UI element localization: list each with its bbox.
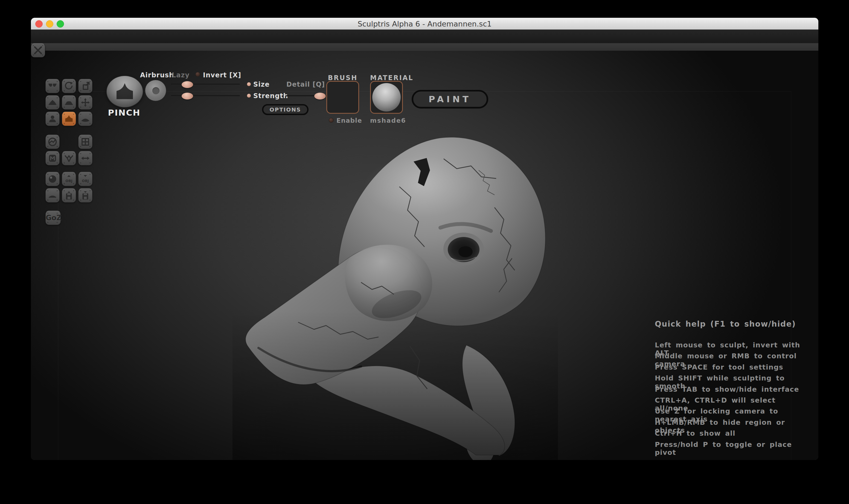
active-tool-preview[interactable] [106,75,143,108]
tool-wireframe[interactable] [62,151,76,165]
brush-nozzle-preview[interactable] [145,80,166,101]
size-slider[interactable] [171,84,240,85]
tool-smooth[interactable] [78,112,92,126]
help-line: Ctrl+H to show all [655,429,808,440]
tool-reduce-selected[interactable] [31,43,45,57]
brand-bar: S Sculptris by Pixologic Copyright © 200… [31,30,818,43]
tool-symmetry[interactable] [78,151,92,165]
brush-panel-label: BRUSH [326,74,359,82]
tool-import-obj[interactable]: OBJ [62,172,76,186]
size-dot-icon [247,82,251,86]
invert-toggle-dot[interactable] [195,72,200,77]
tool-pinch[interactable] [62,112,76,126]
help-line: Use Z for locking camera to nearest axis [655,407,808,418]
tool-draw[interactable] [46,95,59,110]
skull-model[interactable] [232,129,558,460]
goz-button[interactable]: GoZ [46,211,61,225]
material-slot[interactable] [370,81,403,114]
help-line: Left mouse to sculpt, invert with ALT [655,341,808,352]
window-title: Sculptris Alpha 6 - Andemannen.sc1 [31,20,818,28]
desktop: Sculptris Alpha 6 - Andemannen.sc1 S Scu… [0,0,849,504]
paint-mode-button[interactable]: PAINT [412,90,488,108]
brush-enable-dot[interactable] [329,118,334,123]
brush-texture-slot[interactable] [326,81,359,114]
strength-slider-handle[interactable] [181,93,193,100]
strength-label: Strength [253,92,288,100]
lazy-toggle[interactable]: Lazy [172,71,190,79]
size-label: Size [253,80,270,88]
tool-save-file[interactable] [78,188,92,202]
toolbar-strip [31,43,818,51]
invert-toggle[interactable]: Invert [X] [203,71,241,79]
help-line: H+LMB/RMB to hide region or objects [655,418,808,429]
tool-mask[interactable] [46,151,59,165]
tool-export-obj[interactable]: OBJ [78,172,92,186]
material-panel-label: MATERIAL [370,74,403,82]
viewport[interactable]: PINCH Airbrush Lazy Invert [X] Size Deta… [31,43,818,460]
strength-dot-icon [247,94,251,97]
help-line: Hold SHIFT while sculpting to smooth [655,374,808,385]
tool-inflate[interactable] [46,112,59,126]
tool-crease[interactable] [46,79,59,93]
quick-help-panel: Quick help (F1 to show/hide) Left mouse … [655,320,808,460]
titlebar: Sculptris Alpha 6 - Andemannen.sc1 [31,18,818,30]
tool-reduce-brush[interactable] [46,135,59,149]
help-line: Middle mouse or RMB to control camera [655,352,808,363]
svg-text:OBJ: OBJ [65,179,72,183]
tool-scale[interactable] [78,79,92,93]
help-line: Press SPACE for tool settings [655,363,808,374]
help-line: Press/hold P to toggle or place pivot [655,440,808,451]
tool-new-sphere[interactable] [46,172,59,186]
tool-rotate[interactable] [62,79,76,93]
brush-enable-label: Enable [336,117,362,124]
help-line: CTRL+A, CTRL+D will select all/none [655,396,808,407]
material-name: mshade6 [370,117,403,124]
quick-help-title: Quick help (F1 to show/hide) [655,320,808,328]
tool-open-file[interactable] [62,188,76,202]
tool-new-plane[interactable] [46,188,59,202]
material-sphere-icon [372,83,401,111]
app-window: Sculptris Alpha 6 - Andemannen.sc1 S Scu… [31,18,818,460]
tool-grab[interactable] [78,95,92,110]
airbrush-toggle[interactable]: Airbrush [140,71,174,79]
detail-label: Detail [Q] [287,80,325,88]
help-line: Press TAB to show/hide interface [655,385,808,396]
tool-subdivide-all[interactable] [78,135,92,149]
detail-slider-handle[interactable] [314,93,326,100]
tool-flatten[interactable] [62,95,76,110]
active-tool-label: PINCH [106,108,142,118]
options-button[interactable]: OPTIONS [262,104,309,115]
svg-text:OBJ: OBJ [82,179,89,183]
strength-slider[interactable] [171,95,240,96]
size-slider-handle[interactable] [181,81,193,88]
